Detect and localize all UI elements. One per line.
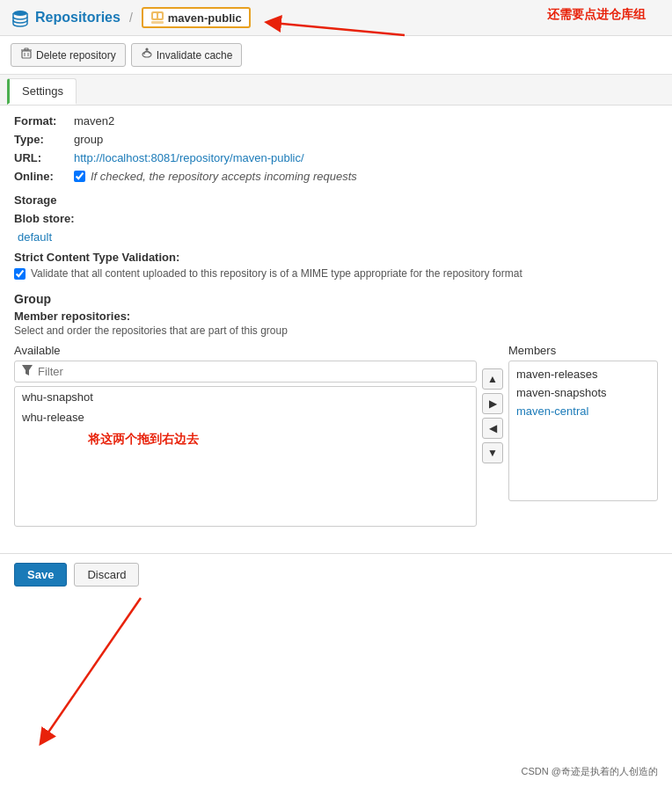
discard-button[interactable]: Discard: [74, 563, 139, 587]
available-list: whu-snapshot whu-release: [14, 386, 477, 527]
group-section: Group Member repositories: Select and or…: [14, 292, 658, 527]
validation-checkbox[interactable]: [14, 268, 26, 280]
online-checkbox-row: If checked, the repository accepts incom…: [74, 170, 357, 183]
group-title: Group: [14, 292, 658, 306]
watermark: CSDN @奇迹是执着的人创造的: [522, 765, 658, 778]
invalidate-button-label: Invalidate cache: [157, 49, 233, 62]
page-wrapper: Repositories / maven-public 还需要点进仓库组: [0, 0, 672, 787]
bottom-bar: Save Discard: [0, 553, 672, 595]
online-hint: If checked, the repository accepts incom…: [91, 170, 357, 183]
invalidate-cache-button[interactable]: Invalidate cache: [131, 43, 243, 67]
list-item[interactable]: maven-snapshots: [509, 383, 657, 402]
repo-badge[interactable]: maven-public: [142, 7, 251, 28]
validation-row: Validate that all content uploaded to th…: [14, 267, 658, 280]
list-item[interactable]: maven-central: [509, 402, 657, 420]
arrow-buttons-group: ▲ ▶ ◀ ▼: [477, 368, 508, 463]
tab-settings-label: Settings: [22, 84, 63, 98]
breadcrumb-sep: /: [129, 11, 133, 25]
storage-section-title: Storage: [14, 193, 658, 207]
type-value: group: [74, 133, 103, 146]
repo-columns: Available whu-snapshot whu-release: [14, 344, 658, 527]
trash-icon: [20, 47, 33, 62]
toolbar: Delete repository Invalidate cache: [0, 36, 672, 75]
list-item[interactable]: whu-snapshot: [15, 387, 476, 407]
cloud-icon: [141, 47, 153, 62]
members-column: Members maven-releases maven-snapshots m…: [508, 344, 658, 501]
blob-row: Blob store:: [14, 212, 658, 225]
validation-hint: Validate that all content uploaded to th…: [31, 267, 522, 280]
svg-marker-11: [22, 365, 33, 375]
validation-label: Strict Content Type Validation:: [14, 251, 658, 264]
svg-rect-4: [151, 21, 164, 24]
repo-group-icon: [150, 11, 164, 25]
filter-icon: [22, 365, 33, 378]
delete-button-label: Delete repository: [36, 49, 116, 62]
blob-label: Blob store:: [14, 212, 75, 225]
format-value: maven2: [74, 114, 114, 128]
list-item[interactable]: maven-releases: [509, 365, 657, 383]
header: Repositories / maven-public: [0, 0, 672, 36]
svg-rect-7: [25, 48, 28, 50]
delete-repository-button[interactable]: Delete repository: [11, 43, 126, 67]
select-order-label: Select and order the repositories that a…: [14, 324, 658, 337]
url-label: URL:: [14, 151, 67, 164]
member-repos-label: Member repositories:: [14, 310, 658, 323]
content-area: Format: maven2 Type: group URL: http://l…: [0, 106, 672, 536]
filter-input[interactable]: [38, 365, 469, 378]
available-label: Available: [14, 344, 477, 357]
move-left-button[interactable]: ◀: [482, 418, 503, 439]
move-up-button[interactable]: ▲: [482, 368, 503, 390]
tabs-bar: Settings: [0, 75, 672, 106]
move-right-button[interactable]: ▶: [482, 393, 503, 414]
available-column: Available whu-snapshot whu-release: [14, 344, 477, 527]
svg-rect-5: [22, 51, 31, 58]
list-item[interactable]: whu-release: [15, 407, 476, 427]
save-button[interactable]: Save: [14, 563, 67, 587]
blob-value: default: [14, 230, 658, 244]
svg-rect-3: [158, 13, 162, 18]
type-label: Type:: [14, 133, 67, 146]
svg-rect-2: [153, 13, 157, 18]
page-title: Repositories: [35, 10, 121, 26]
url-row: URL: http://localhost:8081/repository/ma…: [14, 151, 658, 164]
database-icon: [11, 8, 30, 27]
online-label: Online:: [14, 170, 67, 183]
online-checkbox[interactable]: [74, 171, 85, 182]
members-list: maven-releases maven-snapshots maven-cen…: [508, 361, 658, 501]
tab-settings[interactable]: Settings: [7, 78, 77, 105]
url-value[interactable]: http://localhost:8081/repository/maven-p…: [74, 151, 304, 164]
move-down-button[interactable]: ▼: [482, 442, 503, 463]
format-row: Format: maven2: [14, 114, 658, 128]
type-row: Type: group: [14, 133, 658, 146]
repo-badge-label: maven-public: [168, 11, 242, 25]
filter-input-wrapper: [14, 361, 477, 383]
online-row: Online: If checked, the repository accep…: [14, 170, 658, 183]
members-label: Members: [508, 344, 658, 357]
format-label: Format:: [14, 114, 67, 128]
svg-point-0: [13, 11, 27, 16]
svg-line-14: [44, 598, 141, 739]
